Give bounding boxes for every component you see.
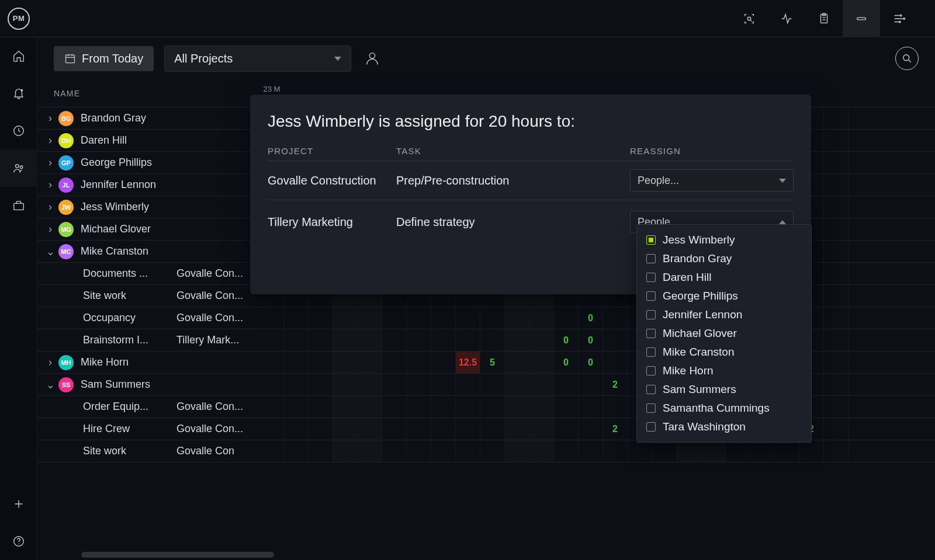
timeline-cell[interactable] — [431, 374, 456, 395]
timeline-cell[interactable] — [382, 440, 407, 462]
task-row[interactable]: Site workGovalle Con — [37, 440, 259, 462]
dropdown-option[interactable]: Tara Washington — [637, 418, 811, 436]
dropdown-option[interactable]: Sam Summers — [637, 380, 811, 399]
timeline-cell[interactable] — [480, 440, 505, 462]
timeline-cell[interactable] — [603, 396, 628, 418]
resource-row[interactable]: ⌄SSSam Summers — [37, 374, 259, 396]
dropdown-option[interactable]: Daren Hill — [637, 268, 811, 287]
dropdown-option[interactable]: George Phillips — [637, 287, 811, 305]
timeline-cell[interactable]: 0 — [554, 352, 579, 373]
timeline-cell[interactable] — [284, 329, 309, 351]
checkbox[interactable] — [646, 385, 656, 394]
timeline-cell[interactable] — [824, 241, 849, 262]
timeline-cell[interactable] — [259, 396, 284, 418]
timeline-cell[interactable] — [824, 174, 849, 196]
filter-person-button[interactable] — [362, 48, 383, 69]
timeline-cell[interactable] — [358, 352, 382, 373]
timeline-cell[interactable]: 0 — [579, 307, 603, 329]
expand-chevron-icon[interactable]: › — [44, 201, 56, 213]
checkbox[interactable] — [646, 404, 656, 413]
timeline-cell[interactable] — [358, 440, 382, 462]
timeline-cell[interactable] — [824, 418, 849, 440]
timeline-cell[interactable] — [456, 329, 480, 351]
timeline-cell[interactable] — [333, 352, 358, 373]
resource-row[interactable]: ›GPGeorge Phillips — [37, 152, 259, 174]
timeline-cell[interactable] — [456, 307, 480, 329]
task-row[interactable]: Hire CrewGovalle Con... — [37, 418, 259, 440]
timeline-cell[interactable] — [259, 329, 284, 351]
dropdown-option[interactable]: Mike Horn — [637, 361, 811, 380]
dropdown-option[interactable]: Jess Wimberly — [637, 231, 811, 249]
timeline-cell[interactable] — [677, 440, 701, 462]
timeline-cell[interactable] — [456, 374, 480, 395]
dropdown-option[interactable]: Michael Glover — [637, 324, 811, 343]
timeline-cell[interactable]: 2 — [603, 418, 628, 440]
timeline-cell[interactable] — [382, 352, 407, 373]
timeline-cell[interactable] — [529, 352, 554, 373]
activity-icon[interactable] — [768, 0, 805, 37]
timeline-cell[interactable] — [407, 329, 431, 351]
timeline-cell[interactable] — [407, 307, 431, 329]
timeline-cell[interactable] — [505, 396, 529, 418]
task-row[interactable]: Order Equip...Govalle Con... — [37, 396, 259, 418]
timeline-cell[interactable] — [407, 352, 431, 373]
timeline-cell[interactable] — [309, 307, 333, 329]
task-row[interactable]: Documents ...Govalle Con... — [37, 263, 259, 285]
resource-row[interactable]: ›BGBrandon Gray — [37, 107, 259, 130]
timeline-cell[interactable] — [407, 374, 431, 395]
timeline-cell[interactable] — [480, 329, 505, 351]
timeline-cell[interactable] — [603, 329, 628, 351]
nav-bell[interactable] — [0, 75, 37, 112]
resource-row[interactable]: ›DHDaren Hill — [37, 130, 259, 152]
timeline-icon[interactable] — [880, 0, 917, 37]
timeline-cell[interactable] — [579, 418, 603, 440]
task-row[interactable]: Brainstorm I...Tillery Mark... — [37, 329, 259, 352]
timeline-cell[interactable] — [824, 152, 849, 173]
timeline-cell[interactable] — [652, 440, 677, 462]
timeline-cell[interactable] — [529, 329, 554, 351]
clipboard-icon[interactable] — [805, 0, 843, 37]
timeline-cell[interactable] — [529, 374, 554, 395]
checkbox[interactable] — [646, 310, 656, 319]
dropdown-option[interactable]: Mike Cranston — [637, 343, 811, 361]
timeline-cell[interactable] — [529, 307, 554, 329]
timeline-cell[interactable] — [431, 329, 456, 351]
search-button[interactable] — [895, 47, 919, 70]
nav-briefcase[interactable] — [0, 187, 37, 224]
project-select[interactable]: All Projects — [164, 46, 351, 72]
expand-chevron-icon[interactable]: › — [44, 134, 56, 147]
timeline-cell[interactable] — [259, 307, 284, 329]
timeline-cell[interactable]: 2 — [603, 374, 628, 395]
checkbox[interactable] — [646, 235, 656, 245]
view-icon[interactable] — [843, 0, 880, 37]
timeline-cell[interactable] — [824, 374, 849, 395]
expand-chevron-icon[interactable]: › — [44, 356, 56, 368]
expand-chevron-icon[interactable]: ⌄ — [44, 245, 56, 258]
timeline-cell[interactable] — [579, 440, 603, 462]
timeline-cell[interactable] — [284, 307, 309, 329]
timeline-cell[interactable] — [726, 440, 750, 462]
expand-chevron-icon[interactable]: ⌄ — [44, 378, 56, 391]
timeline-cell[interactable] — [407, 418, 431, 440]
timeline-cell[interactable] — [505, 307, 529, 329]
timeline-cell[interactable] — [554, 307, 579, 329]
timeline-cell[interactable] — [309, 440, 333, 462]
timeline-cell[interactable] — [333, 440, 358, 462]
checkbox[interactable] — [646, 422, 656, 432]
timeline-cell[interactable] — [358, 307, 382, 329]
timeline-cell[interactable] — [284, 418, 309, 440]
timeline-cell[interactable] — [824, 352, 849, 373]
resource-row[interactable]: ›MHMike Horn — [37, 352, 259, 374]
timeline-cell[interactable] — [579, 396, 603, 418]
timeline-cell[interactable]: 12.5 — [456, 352, 480, 373]
resource-row[interactable]: ⌄MCMike Cranston — [37, 241, 259, 263]
checkbox[interactable] — [646, 347, 656, 357]
timeline-cell[interactable] — [456, 396, 480, 418]
timeline-cell[interactable] — [603, 307, 628, 329]
nav-help[interactable] — [0, 523, 37, 560]
timeline-cell[interactable] — [259, 374, 284, 395]
timeline-cell[interactable] — [333, 418, 358, 440]
timeline-cell[interactable] — [824, 440, 849, 462]
timeline-cell[interactable] — [824, 196, 849, 218]
timeline-cell[interactable] — [259, 418, 284, 440]
